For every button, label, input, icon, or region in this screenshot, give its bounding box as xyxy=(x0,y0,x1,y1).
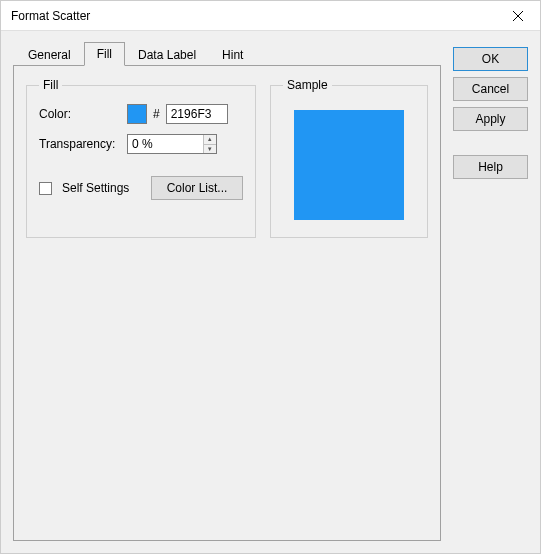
ok-button[interactable]: OK xyxy=(453,47,528,71)
tab-hint[interactable]: Hint xyxy=(209,43,256,66)
fill-group: Fill Color: # Transparency: xyxy=(26,78,256,238)
sample-group: Sample xyxy=(270,78,428,238)
self-settings-row: Self Settings Color List... xyxy=(39,176,243,200)
button-gap xyxy=(453,137,528,149)
dialog-window: Format Scatter General Fill Data Label H… xyxy=(0,0,541,554)
close-icon xyxy=(513,11,523,21)
tab-strip: General Fill Data Label Hint xyxy=(15,41,441,65)
close-button[interactable] xyxy=(495,1,540,31)
tab-general[interactable]: General xyxy=(15,43,84,66)
window-title: Format Scatter xyxy=(11,9,495,23)
tab-fill[interactable]: Fill xyxy=(84,42,125,66)
color-swatch[interactable] xyxy=(127,104,147,124)
spinner-down[interactable]: ▼ xyxy=(204,145,216,154)
button-column: OK Cancel Apply Help xyxy=(453,41,528,541)
sample-legend: Sample xyxy=(283,78,332,92)
titlebar: Format Scatter xyxy=(1,1,540,31)
panel-row: Fill Color: # Transparency: xyxy=(26,78,428,238)
help-button[interactable]: Help xyxy=(453,155,528,179)
fill-legend: Fill xyxy=(39,78,62,92)
transparency-spinner[interactable]: ▲ ▼ xyxy=(127,134,217,154)
transparency-row: Transparency: ▲ ▼ xyxy=(39,134,243,154)
self-settings-checkbox[interactable] xyxy=(39,182,52,195)
content-area: General Fill Data Label Hint Fill Color:… xyxy=(1,31,540,553)
color-list-button[interactable]: Color List... xyxy=(151,176,243,200)
hash-symbol: # xyxy=(153,107,160,121)
tab-data-label[interactable]: Data Label xyxy=(125,43,209,66)
self-settings-label[interactable]: Self Settings xyxy=(62,181,141,195)
spinner-up[interactable]: ▲ xyxy=(204,135,216,145)
color-row: Color: # xyxy=(39,104,243,124)
transparency-label: Transparency: xyxy=(39,137,121,151)
color-hex-input[interactable] xyxy=(166,104,228,124)
tab-panel: Fill Color: # Transparency: xyxy=(13,65,441,541)
apply-button[interactable]: Apply xyxy=(453,107,528,131)
main-column: General Fill Data Label Hint Fill Color:… xyxy=(13,41,441,541)
sample-swatch xyxy=(294,110,404,220)
color-label: Color: xyxy=(39,107,121,121)
cancel-button[interactable]: Cancel xyxy=(453,77,528,101)
transparency-input[interactable] xyxy=(128,135,203,153)
spinner-buttons: ▲ ▼ xyxy=(203,135,216,153)
